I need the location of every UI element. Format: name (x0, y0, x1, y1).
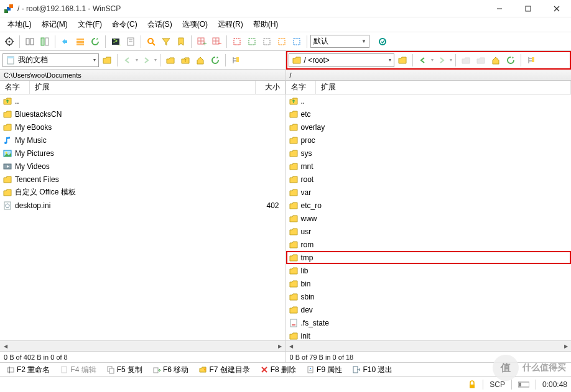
grid-remove-icon[interactable]: − (210, 35, 223, 48)
local-header-size[interactable]: 大小 (256, 81, 286, 94)
menu-item[interactable]: 帮助(H) (248, 17, 284, 32)
back-icon[interactable] (121, 53, 134, 67)
list-item[interactable]: My Music (0, 134, 286, 147)
forward-icon[interactable] (435, 53, 448, 67)
list-item[interactable]: etc_ro (286, 199, 572, 212)
back-icon[interactable] (416, 53, 430, 67)
parent-dir-icon[interactable] (164, 53, 177, 67)
fn-move-button[interactable]: F6 移动 (149, 363, 192, 376)
menu-item[interactable]: 文件(F) (73, 17, 107, 32)
list-item[interactable]: lib (286, 264, 572, 277)
scroll-left-icon[interactable]: ◀ (0, 341, 11, 352)
menu-item[interactable]: 命令(C) (107, 17, 142, 32)
list-item[interactable]: desktop.ini402 (0, 199, 286, 212)
open-folder-icon[interactable] (396, 53, 409, 67)
options-icon[interactable] (2, 35, 16, 48)
transfer-preset-combo[interactable]: 默认 ▼ (310, 35, 369, 48)
local-header-ext[interactable]: 扩展 (30, 81, 256, 94)
tree-icon[interactable] (229, 53, 243, 67)
fn-props-button[interactable]: F9 属性 (302, 363, 346, 376)
list-item[interactable]: init (286, 329, 572, 340)
list-item[interactable]: 自定义 Office 模板 (0, 186, 286, 199)
select-gray-icon[interactable] (260, 35, 274, 48)
list-item[interactable]: .. (0, 94, 286, 107)
parent-dir-icon[interactable] (459, 53, 473, 67)
list-item[interactable]: bin (286, 277, 572, 290)
list-item[interactable]: www (286, 212, 572, 225)
home-dir-icon[interactable] (193, 53, 207, 67)
list-item[interactable]: etc (286, 107, 572, 121)
close-button[interactable] (542, 0, 571, 17)
list-item[interactable]: dev (286, 303, 572, 316)
maximize-button[interactable] (514, 0, 542, 17)
fn-copy-button[interactable]: F5 复制 (103, 363, 146, 376)
list-item[interactable]: root (286, 173, 572, 186)
grid-add-icon[interactable]: + (195, 35, 208, 48)
select-green-icon[interactable] (245, 35, 259, 48)
list-item[interactable]: var (286, 186, 572, 199)
bookmark-icon[interactable] (174, 35, 188, 48)
editor-icon[interactable] (124, 35, 137, 48)
forward-icon[interactable] (139, 53, 153, 67)
remote-hscroll[interactable]: ◀ ▶ (286, 340, 572, 351)
remote-dir-combo[interactable]: / <root> ▾ (289, 53, 394, 67)
list-item[interactable]: sbin (286, 290, 572, 303)
list-item[interactable]: usr (286, 225, 572, 238)
scroll-right-icon[interactable]: ▶ (275, 341, 286, 352)
local-file-list[interactable]: ..BluestacksCNMy eBooksMy MusicMy Pictur… (0, 94, 286, 340)
local-drive-combo[interactable]: 我的文档 ▾ (2, 53, 99, 67)
remote-path[interactable]: / (286, 70, 572, 81)
remote-header-name[interactable]: 名字 (286, 81, 316, 94)
root-dir-icon[interactable] (179, 53, 192, 67)
list-item[interactable]: overlay (286, 121, 572, 134)
list-item[interactable]: My eBooks (0, 121, 286, 134)
root-dir-icon[interactable] (474, 53, 488, 67)
refresh-local-icon[interactable] (208, 53, 222, 67)
menu-item[interactable]: 标记(M) (37, 17, 73, 32)
menu-item[interactable]: 远程(R) (213, 17, 248, 32)
select-blue-icon[interactable] (290, 35, 304, 48)
menu-item[interactable]: 会话(S) (142, 17, 177, 32)
fn-mkdir-button[interactable]: *F7 创建目录 (195, 363, 253, 376)
local-hscroll[interactable]: ◀ ▶ (0, 340, 286, 351)
terminal-icon[interactable]: >_ (109, 35, 123, 48)
list-item[interactable]: rom (286, 238, 572, 251)
fn-rename-button[interactable]: F2 重命名 (2, 363, 53, 376)
list-item[interactable]: proc (286, 134, 572, 147)
fn-exit-button[interactable]: F10 退出 (348, 363, 396, 376)
list-item[interactable]: My Videos (0, 160, 286, 173)
sync-browse-icon[interactable] (23, 35, 37, 48)
refresh-remote-icon[interactable] (504, 53, 518, 67)
list-item[interactable]: .. (286, 94, 572, 107)
list-item[interactable]: .fs_state (286, 316, 572, 329)
filter-icon[interactable] (159, 35, 173, 48)
fn-delete-button[interactable]: F8 删除 (256, 363, 300, 376)
list-item[interactable]: Tencent Files (0, 173, 286, 186)
select-red-icon[interactable] (230, 35, 244, 48)
local-path[interactable]: C:\Users\woo\Documents (0, 70, 286, 81)
refresh-icon[interactable] (88, 35, 102, 48)
minimize-button[interactable] (485, 0, 514, 17)
scroll-left-icon[interactable]: ◀ (286, 341, 297, 352)
compare-icon[interactable] (38, 35, 52, 48)
transfer-settings-icon[interactable] (376, 35, 389, 48)
folder-icon (289, 201, 299, 211)
scroll-right-icon[interactable]: ▶ (560, 341, 571, 352)
list-item[interactable]: My Pictures (0, 147, 286, 160)
tree-icon[interactable] (524, 53, 538, 67)
sync-icon[interactable] (58, 35, 72, 48)
menu-item[interactable]: 选项(O) (177, 17, 213, 32)
queue-icon[interactable] (73, 35, 87, 48)
list-item[interactable]: tmp (286, 251, 572, 264)
list-item[interactable]: mnt (286, 160, 572, 173)
list-item[interactable]: BluestacksCN (0, 107, 286, 121)
open-folder-icon[interactable] (100, 53, 114, 67)
local-header-name[interactable]: 名字 (0, 81, 30, 94)
home-dir-icon[interactable] (489, 53, 503, 67)
list-item[interactable]: sys (286, 147, 572, 160)
select-orange-icon[interactable] (275, 35, 289, 48)
remote-header-ext[interactable]: 扩展 (316, 81, 572, 94)
find-icon[interactable] (144, 35, 158, 48)
remote-file-list[interactable]: ..etcoverlayprocsysmntrootvaretc_rowwwus… (286, 94, 572, 340)
menu-item[interactable]: 本地(L) (2, 17, 37, 32)
